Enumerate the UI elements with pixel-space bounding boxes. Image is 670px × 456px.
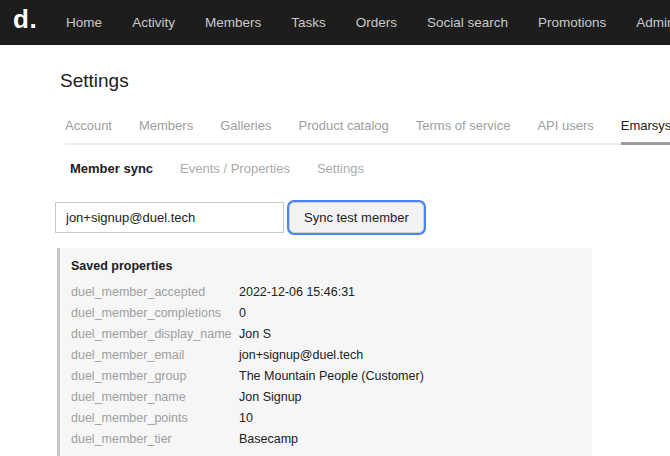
nav-item-admin[interactable]: Admin — [636, 15, 670, 30]
top-navbar: d. Home Activity Members Tasks Orders So… — [0, 0, 670, 45]
tab-members[interactable]: Members — [139, 114, 193, 145]
property-row-name: duel_member_name Jon Signup — [71, 387, 582, 408]
property-key: duel_member_name — [71, 387, 239, 408]
property-key: duel_member_accepted — [71, 282, 239, 303]
property-value: 10 — [239, 408, 253, 429]
property-row-accepted: duel_member_accepted 2022-12-06 15:46:31 — [71, 282, 582, 303]
property-row-points: duel_member_points 10 — [71, 408, 582, 429]
property-key: duel_member_tier — [71, 429, 239, 450]
subtab-settings[interactable]: Settings — [317, 161, 364, 176]
property-row-group: duel_member_group The Mountain People (C… — [71, 366, 582, 387]
member-email-input[interactable] — [55, 202, 284, 233]
nav-items: Home Activity Members Tasks Orders Socia… — [66, 15, 670, 30]
property-row-completions: duel_member_completions 0 — [71, 303, 582, 324]
nav-item-tasks[interactable]: Tasks — [291, 15, 326, 30]
subtab-member-sync[interactable]: Member sync — [70, 161, 153, 176]
tab-emarsys[interactable]: Emarsys — [621, 114, 670, 145]
nav-item-orders[interactable]: Orders — [356, 15, 397, 30]
subtab-events-properties[interactable]: Events / Properties — [180, 161, 290, 176]
nav-item-members[interactable]: Members — [205, 15, 261, 30]
property-value: Jon Signup — [239, 387, 302, 408]
tab-account[interactable]: Account — [65, 114, 112, 145]
property-value: Jon S — [239, 324, 271, 345]
property-key: duel_member_completions — [71, 303, 239, 324]
page-title: Settings — [60, 70, 670, 92]
property-value: The Mountain People (Customer) — [239, 366, 424, 387]
member-sync-form: Sync test member — [55, 202, 670, 233]
property-value: Basecamp — [239, 429, 298, 450]
emarsys-subtabs: Member sync Events / Properties Settings — [70, 161, 670, 176]
saved-properties-title: Saved properties — [71, 259, 582, 273]
tab-galleries[interactable]: Galleries — [220, 114, 271, 145]
property-key: duel_member_points — [71, 408, 239, 429]
logo[interactable]: d. — [13, 4, 37, 35]
saved-properties-panel: Saved properties duel_member_accepted 20… — [57, 248, 592, 456]
tab-terms-of-service[interactable]: Terms of service — [416, 114, 511, 145]
property-value: 2022-12-06 15:46:31 — [239, 282, 355, 303]
property-key: duel_member_display_name — [71, 324, 239, 345]
property-value: 0 — [239, 303, 246, 324]
tab-api-users[interactable]: API users — [537, 114, 593, 145]
nav-item-promotions[interactable]: Promotions — [538, 15, 606, 30]
property-row-email: duel_member_email jon+signup@duel.tech — [71, 345, 582, 366]
sync-test-member-button[interactable]: Sync test member — [289, 202, 424, 233]
property-key: duel_member_email — [71, 345, 239, 366]
nav-item-activity[interactable]: Activity — [132, 15, 175, 30]
nav-item-home[interactable]: Home — [66, 15, 102, 30]
property-value: jon+signup@duel.tech — [239, 345, 363, 366]
property-row-tier: duel_member_tier Basecamp — [71, 429, 582, 450]
property-key: duel_member_group — [71, 366, 239, 387]
settings-tabs: Account Members Galleries Product catalo… — [65, 114, 670, 145]
nav-item-social-search[interactable]: Social search — [427, 15, 508, 30]
tab-product-catalog[interactable]: Product catalog — [298, 114, 388, 145]
property-row-display-name: duel_member_display_name Jon S — [71, 324, 582, 345]
